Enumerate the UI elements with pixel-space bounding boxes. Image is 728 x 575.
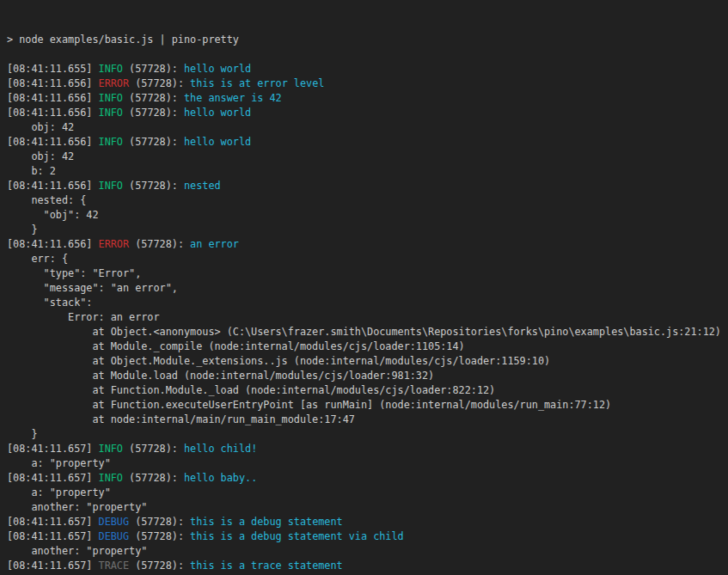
- text-segment: (57728):: [123, 443, 184, 455]
- info-segment: INFO: [99, 92, 123, 104]
- text-segment: [08:41:11.655]: [7, 63, 99, 75]
- text-segment: (57728):: [123, 472, 184, 484]
- log-line-debug: [08:41:11.657] DEBUG (57728): this is a …: [7, 515, 728, 529]
- msg-segment: nested: [184, 180, 221, 192]
- stack-trace-line: at Function.executeUserEntryPoint [as ru…: [7, 398, 728, 413]
- log-detail-line: b: 2: [7, 164, 728, 179]
- log-line-trace: [08:41:11.657] TRACE (57728): this is a …: [7, 559, 728, 573]
- text-segment: "stack":: [7, 297, 92, 309]
- log-detail-line: }: [7, 427, 728, 442]
- log-detail-line: "type": "Error",: [7, 266, 728, 281]
- text-segment: "type": "Error",: [7, 267, 141, 279]
- text-segment: (57728):: [129, 560, 190, 572]
- text-segment: [08:41:11.656]: [7, 180, 99, 192]
- msg-segment: hello world: [184, 136, 251, 148]
- msg-segment: hello world: [184, 107, 251, 119]
- info-segment: INFO: [99, 107, 123, 119]
- log-detail-line: another: "property": [7, 544, 728, 559]
- blank-line: [7, 47, 728, 62]
- text-segment: [08:41:11.656]: [7, 77, 99, 89]
- msg-segment: this is at error level: [190, 77, 324, 89]
- log-detail-line: "stack":: [7, 296, 728, 310]
- log-detail-line: }: [7, 223, 728, 237]
- log-detail-line: another: "property": [7, 500, 728, 515]
- text-segment: b: 2: [7, 165, 56, 177]
- log-line-error: [08:41:11.656] ERROR (57728): this is at…: [7, 76, 728, 91]
- log-line-info: [08:41:11.656] INFO (57728): nested: [7, 179, 728, 193]
- msg-segment: hello child!: [184, 443, 257, 455]
- text-segment: (57728):: [123, 180, 184, 192]
- text-segment: [08:41:11.657]: [7, 560, 99, 572]
- info-segment: INFO: [99, 136, 123, 148]
- text-segment: [08:41:11.657]: [7, 443, 99, 455]
- info-segment: INFO: [99, 180, 123, 192]
- log-detail-line: Error: an error: [7, 310, 728, 325]
- text-segment: a: "property": [7, 457, 111, 469]
- text-segment: [08:41:11.657]: [7, 472, 99, 484]
- text-segment: [08:41:11.656]: [7, 92, 99, 104]
- log-detail-line: obj: 42: [7, 150, 728, 164]
- text-segment: (57728):: [123, 136, 184, 148]
- text-segment: at Object.<anonymous> (C:\Users\frazer.s…: [7, 326, 721, 338]
- log-line-info: [08:41:11.656] INFO (57728): hello world: [7, 106, 728, 120]
- text-segment: at Module._compile (node:internal/module…: [7, 340, 465, 352]
- text-segment: [08:41:11.656]: [7, 238, 99, 250]
- text-segment: err: {: [7, 253, 68, 265]
- text-segment: obj: 42: [7, 150, 74, 162]
- text-segment: [08:41:11.656]: [7, 107, 99, 119]
- msg-segment: this is a debug statement via child: [190, 530, 404, 542]
- text-segment: (57728):: [129, 530, 190, 542]
- error-segment: ERROR: [99, 238, 130, 250]
- msg-segment: an error: [190, 238, 239, 250]
- log-line-info: [08:41:11.656] INFO (57728): the answer …: [7, 91, 728, 106]
- msg-segment: hello world: [184, 63, 251, 75]
- debug-segment: DEBUG: [99, 530, 130, 542]
- text-segment: }: [7, 428, 38, 440]
- text-segment: (57728):: [123, 92, 184, 104]
- text-segment: [08:41:11.656]: [7, 136, 99, 148]
- info-segment: INFO: [99, 472, 123, 484]
- text-segment: Error: an error: [7, 311, 160, 323]
- log-line-info: [08:41:11.655] INFO (57728): hello world: [7, 62, 728, 76]
- log-detail-line: nested: {: [7, 193, 728, 208]
- text-segment: at node:internal/main/run_main_module:17…: [7, 413, 355, 425]
- text-segment: (57728):: [129, 516, 190, 528]
- text-segment: nested: {: [7, 194, 86, 206]
- log-line-debug: [08:41:11.657] DEBUG (57728): this is a …: [7, 529, 728, 544]
- text-segment: [08:41:11.657]: [7, 516, 99, 528]
- terminal-output: > node examples/basic.js | pino-pretty […: [7, 33, 728, 575]
- debug-segment: DEBUG: [99, 516, 130, 528]
- text-segment: }: [7, 223, 38, 236]
- text-segment: > node examples/basic.js | pino-pretty: [7, 34, 239, 46]
- log-detail-line: err: {: [7, 252, 728, 266]
- trace-segment: TRACE: [99, 560, 130, 572]
- info-segment: INFO: [99, 63, 123, 75]
- text-segment: [08:41:11.657]: [7, 530, 99, 542]
- msg-segment: this is a trace statement: [190, 560, 343, 572]
- log-line-info: [08:41:11.656] INFO (57728): hello world: [7, 135, 728, 150]
- text-segment: (57728):: [123, 107, 184, 119]
- log-detail-line: a: "property": [7, 486, 728, 500]
- log-line-error: [08:41:11.656] ERROR (57728): an error: [7, 237, 728, 252]
- stack-trace-line: at node:internal/main/run_main_module:17…: [7, 413, 728, 427]
- msg-segment: hello baby..: [184, 472, 257, 484]
- text-segment: at Function.executeUserEntryPoint [as ru…: [7, 399, 611, 411]
- text-segment: at Function.Module._load (node:internal/…: [7, 384, 495, 396]
- msg-segment: this is a debug statement: [190, 516, 343, 528]
- text-segment: (57728):: [129, 77, 190, 89]
- msg-segment: the answer is 42: [184, 92, 282, 104]
- text-segment: at Object.Module._extensions..js (node:i…: [7, 355, 550, 367]
- text-segment: obj: 42: [7, 121, 74, 133]
- log-detail-line: "message": "an error",: [7, 281, 728, 296]
- text-segment: "obj": 42: [7, 209, 99, 221]
- log-detail-line: "obj": 42: [7, 208, 728, 223]
- text-segment: a: "property": [7, 486, 111, 499]
- text-segment: (57728):: [129, 238, 190, 250]
- log-detail-line: obj: 42: [7, 120, 728, 135]
- text-segment: another: "property": [7, 545, 147, 557]
- stack-trace-line: at Object.<anonymous> (C:\Users\frazer.s…: [7, 325, 728, 339]
- text-segment: at Module.load (node:internal/modules/cj…: [7, 370, 434, 382]
- error-segment: ERROR: [99, 77, 130, 89]
- text-segment: another: "property": [7, 501, 147, 513]
- terminal[interactable]: > node examples/basic.js | pino-pretty […: [0, 0, 728, 575]
